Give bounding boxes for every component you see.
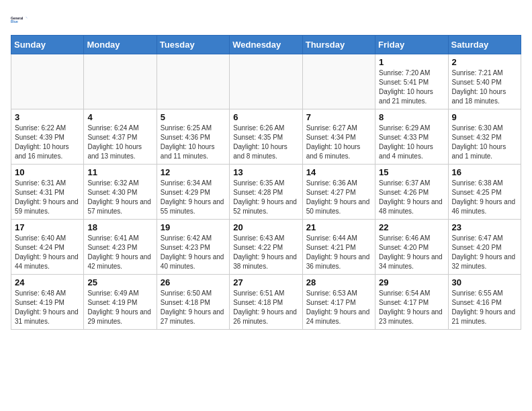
calendar-cell: 12Sunrise: 6:34 AM Sunset: 4:29 PM Dayli… — [157, 165, 229, 220]
calendar-cell: 21Sunrise: 6:44 AM Sunset: 4:21 PM Dayli… — [302, 220, 375, 275]
weekday-header: Sunday — [11, 36, 84, 54]
day-info: Sunrise: 6:47 AM Sunset: 4:20 PM Dayligh… — [452, 234, 517, 271]
day-number: 13 — [233, 167, 298, 177]
calendar-cell: 20Sunrise: 6:43 AM Sunset: 4:22 PM Dayli… — [230, 220, 302, 275]
calendar-cell: 6Sunrise: 6:26 AM Sunset: 4:35 PM Daylig… — [230, 109, 302, 165]
weekday-header: Thursday — [302, 36, 375, 54]
logo: GeneralBlue — [11, 11, 30, 30]
day-number: 10 — [15, 167, 80, 177]
day-number: 14 — [306, 167, 371, 177]
calendar-cell — [230, 54, 302, 109]
calendar-week-row: 1Sunrise: 7:20 AM Sunset: 5:41 PM Daylig… — [11, 54, 521, 109]
calendar-header-row: SundayMondayTuesdayWednesdayThursdayFrid… — [11, 36, 521, 54]
day-info: Sunrise: 6:51 AM Sunset: 4:18 PM Dayligh… — [233, 289, 298, 326]
svg-marker-2 — [26, 16, 28, 19]
calendar-cell — [302, 54, 375, 109]
day-number: 3 — [15, 112, 80, 122]
calendar-week-row: 3Sunrise: 6:22 AM Sunset: 4:39 PM Daylig… — [11, 109, 521, 165]
day-info: Sunrise: 6:29 AM Sunset: 4:33 PM Dayligh… — [379, 124, 444, 161]
logo-icon: GeneralBlue — [11, 11, 30, 30]
calendar-cell: 30Sunrise: 6:55 AM Sunset: 4:16 PM Dayli… — [448, 275, 521, 330]
calendar-cell: 1Sunrise: 7:20 AM Sunset: 5:41 PM Daylig… — [375, 54, 448, 109]
calendar-cell: 24Sunrise: 6:48 AM Sunset: 4:19 PM Dayli… — [11, 275, 84, 330]
day-number: 12 — [161, 167, 226, 177]
weekday-header: Tuesday — [157, 36, 229, 54]
day-info: Sunrise: 7:20 AM Sunset: 5:41 PM Dayligh… — [379, 68, 444, 106]
day-number: 24 — [15, 277, 80, 287]
calendar-cell: 16Sunrise: 6:38 AM Sunset: 4:25 PM Dayli… — [448, 165, 521, 220]
calendar-cell: 7Sunrise: 6:27 AM Sunset: 4:34 PM Daylig… — [302, 109, 375, 165]
day-number: 15 — [379, 167, 444, 177]
calendar-cell: 18Sunrise: 6:41 AM Sunset: 4:23 PM Dayli… — [84, 220, 157, 275]
calendar-cell: 11Sunrise: 6:32 AM Sunset: 4:30 PM Dayli… — [84, 165, 157, 220]
day-number: 20 — [233, 222, 298, 232]
day-number: 30 — [452, 277, 517, 287]
day-info: Sunrise: 6:43 AM Sunset: 4:22 PM Dayligh… — [233, 234, 298, 271]
calendar-cell: 2Sunrise: 7:21 AM Sunset: 5:40 PM Daylig… — [448, 54, 521, 109]
calendar-cell — [84, 54, 157, 109]
day-info: Sunrise: 6:42 AM Sunset: 4:23 PM Dayligh… — [161, 234, 226, 271]
svg-text:Blue: Blue — [11, 20, 18, 24]
weekday-header: Saturday — [448, 36, 521, 54]
day-number: 11 — [87, 167, 152, 177]
day-number: 5 — [161, 112, 226, 122]
day-number: 16 — [452, 167, 517, 177]
day-number: 25 — [87, 277, 152, 287]
day-info: Sunrise: 6:54 AM Sunset: 4:17 PM Dayligh… — [379, 289, 444, 326]
day-number: 1 — [379, 57, 444, 67]
day-info: Sunrise: 6:40 AM Sunset: 4:24 PM Dayligh… — [15, 234, 80, 271]
calendar-cell: 4Sunrise: 6:24 AM Sunset: 4:37 PM Daylig… — [84, 109, 157, 165]
weekday-header: Wednesday — [230, 36, 302, 54]
day-number: 18 — [87, 222, 152, 232]
day-info: Sunrise: 6:31 AM Sunset: 4:31 PM Dayligh… — [15, 179, 80, 216]
calendar-cell: 29Sunrise: 6:54 AM Sunset: 4:17 PM Dayli… — [375, 275, 448, 330]
day-info: Sunrise: 6:25 AM Sunset: 4:36 PM Dayligh… — [161, 124, 226, 161]
calendar-cell: 5Sunrise: 6:25 AM Sunset: 4:36 PM Daylig… — [157, 109, 229, 165]
calendar-cell: 26Sunrise: 6:50 AM Sunset: 4:18 PM Dayli… — [157, 275, 229, 330]
day-number: 26 — [161, 277, 226, 287]
day-number: 6 — [233, 112, 298, 122]
day-number: 2 — [452, 57, 517, 67]
calendar-cell: 3Sunrise: 6:22 AM Sunset: 4:39 PM Daylig… — [11, 109, 84, 165]
calendar-table: SundayMondayTuesdayWednesdayThursdayFrid… — [11, 35, 521, 330]
day-info: Sunrise: 6:49 AM Sunset: 4:19 PM Dayligh… — [87, 289, 152, 326]
day-number: 7 — [306, 112, 371, 122]
calendar-cell: 28Sunrise: 6:53 AM Sunset: 4:17 PM Dayli… — [302, 275, 375, 330]
day-info: Sunrise: 6:46 AM Sunset: 4:20 PM Dayligh… — [379, 234, 444, 271]
svg-text:General: General — [11, 17, 24, 20]
weekday-header: Friday — [375, 36, 448, 54]
day-number: 9 — [452, 112, 517, 122]
day-info: Sunrise: 6:30 AM Sunset: 4:32 PM Dayligh… — [452, 124, 517, 161]
day-info: Sunrise: 6:35 AM Sunset: 4:28 PM Dayligh… — [233, 179, 298, 216]
day-info: Sunrise: 6:53 AM Sunset: 4:17 PM Dayligh… — [306, 289, 371, 326]
day-number: 8 — [379, 112, 444, 122]
calendar-cell: 10Sunrise: 6:31 AM Sunset: 4:31 PM Dayli… — [11, 165, 84, 220]
day-number: 4 — [87, 112, 152, 122]
day-info: Sunrise: 7:21 AM Sunset: 5:40 PM Dayligh… — [452, 68, 517, 106]
day-info: Sunrise: 6:48 AM Sunset: 4:19 PM Dayligh… — [15, 289, 80, 326]
calendar-cell: 23Sunrise: 6:47 AM Sunset: 4:20 PM Dayli… — [448, 220, 521, 275]
day-number: 28 — [306, 277, 371, 287]
day-info: Sunrise: 6:55 AM Sunset: 4:16 PM Dayligh… — [452, 289, 517, 326]
calendar-cell: 22Sunrise: 6:46 AM Sunset: 4:20 PM Dayli… — [375, 220, 448, 275]
day-number: 17 — [15, 222, 80, 232]
calendar-cell: 25Sunrise: 6:49 AM Sunset: 4:19 PM Dayli… — [84, 275, 157, 330]
calendar-week-row: 24Sunrise: 6:48 AM Sunset: 4:19 PM Dayli… — [11, 275, 521, 330]
weekday-header: Monday — [84, 36, 157, 54]
calendar-cell — [157, 54, 229, 109]
day-info: Sunrise: 6:50 AM Sunset: 4:18 PM Dayligh… — [161, 289, 226, 326]
day-number: 23 — [452, 222, 517, 232]
day-info: Sunrise: 6:27 AM Sunset: 4:34 PM Dayligh… — [306, 124, 371, 161]
calendar-cell: 9Sunrise: 6:30 AM Sunset: 4:32 PM Daylig… — [448, 109, 521, 165]
day-info: Sunrise: 6:32 AM Sunset: 4:30 PM Dayligh… — [87, 179, 152, 216]
calendar-cell: 13Sunrise: 6:35 AM Sunset: 4:28 PM Dayli… — [230, 165, 302, 220]
calendar-cell — [11, 54, 84, 109]
calendar-cell: 19Sunrise: 6:42 AM Sunset: 4:23 PM Dayli… — [157, 220, 229, 275]
day-info: Sunrise: 6:41 AM Sunset: 4:23 PM Dayligh… — [87, 234, 152, 271]
day-number: 22 — [379, 222, 444, 232]
day-info: Sunrise: 6:34 AM Sunset: 4:29 PM Dayligh… — [161, 179, 226, 216]
calendar-cell: 15Sunrise: 6:37 AM Sunset: 4:26 PM Dayli… — [375, 165, 448, 220]
day-info: Sunrise: 6:22 AM Sunset: 4:39 PM Dayligh… — [15, 124, 80, 161]
calendar-cell: 14Sunrise: 6:36 AM Sunset: 4:27 PM Dayli… — [302, 165, 375, 220]
day-info: Sunrise: 6:26 AM Sunset: 4:35 PM Dayligh… — [233, 124, 298, 161]
